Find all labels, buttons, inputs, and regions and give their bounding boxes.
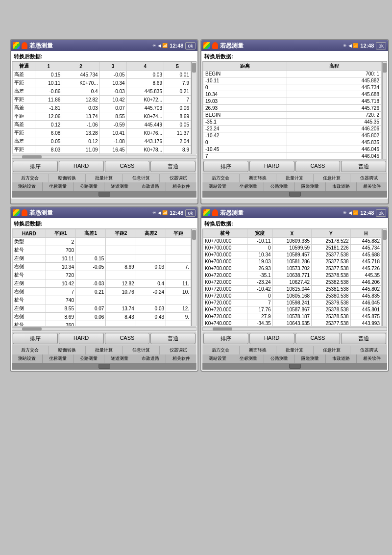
table-cell: 10.42 (99, 96, 126, 104)
nav1-item-15[interactable]: 仪器调试 (160, 346, 196, 354)
nav2-item-9[interactable]: 公路测量 (264, 182, 295, 191)
nav2-item-17[interactable]: 市政道路 (135, 354, 166, 363)
normal-button-4[interactable]: 普通 (341, 333, 386, 344)
sort-button-4[interactable]: 排序 (203, 333, 248, 344)
nav2-item-3[interactable]: 公路测量 (74, 182, 104, 191)
nav2-item-13[interactable]: 测站设置 (12, 354, 43, 363)
nav2-item-11[interactable]: 市政道路 (326, 182, 357, 191)
nav1-item-1[interactable]: 后方交会 (12, 174, 49, 182)
sort-button-2[interactable]: 排序 (203, 161, 248, 172)
content-3: 转换后数据: HARD 平距1 高差1 平距2 高差2 平距 (11, 218, 197, 371)
nav1-item-10[interactable]: 仪器调试 (350, 174, 387, 182)
cass-button-3[interactable]: CASS (105, 333, 150, 344)
hard-button-2[interactable]: HARD (249, 161, 294, 172)
table-cell: 443.993 (350, 320, 381, 327)
ok-button-3[interactable]: ok (185, 209, 196, 217)
nav2-item-22[interactable]: 隧道测量 (295, 354, 326, 363)
h-scrollbar-1[interactable] (12, 155, 196, 159)
v-scrollbar-4[interactable] (382, 228, 387, 327)
ok-button-1[interactable]: ok (185, 42, 196, 50)
nav1-item-13[interactable]: 批量计算 (86, 346, 123, 354)
nav1-item-11[interactable]: 后方交会 (12, 346, 49, 354)
nav2-item-7[interactable]: 测站设置 (202, 182, 233, 191)
h-scrollbar-4[interactable] (202, 327, 387, 331)
nav1-item-6[interactable]: 后方交会 (202, 174, 240, 182)
normal-button-2[interactable]: 普通 (341, 161, 386, 172)
nav1-item-5[interactable]: 仪器调试 (160, 174, 196, 182)
ok-button-2[interactable]: ok (376, 42, 386, 50)
normal-button-3[interactable]: 普通 (150, 333, 196, 344)
nav1-item-7[interactable]: 断面转换 (240, 174, 277, 182)
table-row: K0+700.000-10.1110609.33525178.522445.88… (203, 238, 382, 245)
nav2-item-2[interactable]: 坐标测量 (43, 182, 74, 191)
device-panel-4: 若愚测量 ✳ ◀ 📶 12:48 ok 转换后数据: 桩号 宽度 (200, 206, 389, 372)
table-cell: 0.43 (136, 313, 166, 321)
hard-button-4[interactable]: HARD (249, 333, 294, 344)
keyboard-icon-3[interactable] (98, 364, 110, 369)
table-cell: 445.802 (350, 286, 381, 293)
table-cell: 10638.771 (272, 272, 312, 279)
nav2-item-5[interactable]: 市政道路 (135, 182, 166, 191)
cass-button-2[interactable]: CASS (295, 161, 341, 172)
windows-icon-4 (203, 209, 210, 216)
nav1-item-9[interactable]: 任意计算 (314, 174, 351, 182)
nav2-item-24[interactable]: 相关软件 (357, 354, 387, 363)
col-header: 平距 (166, 229, 191, 238)
v-scrollbar-2[interactable] (382, 61, 387, 159)
nav2-item-15[interactable]: 公路测量 (74, 354, 104, 363)
sort-button-3[interactable]: 排序 (13, 333, 58, 344)
nav1-item-16[interactable]: 后方交会 (202, 346, 240, 354)
nav2-item-21[interactable]: 公路测量 (264, 354, 295, 363)
v-scrollbar-3[interactable] (192, 228, 196, 327)
nav2-item-8[interactable]: 坐标测量 (233, 182, 264, 191)
nav1-item-19[interactable]: 任意计算 (314, 346, 351, 354)
cass-button-4[interactable]: CASS (295, 333, 341, 344)
nav1-item-2[interactable]: 断面转换 (49, 174, 86, 182)
table-row: 0445.734 (203, 84, 382, 91)
nav1-item-14[interactable]: 任意计算 (123, 346, 160, 354)
nav1-item-12[interactable]: 断面转换 (49, 346, 86, 354)
normal-button-1[interactable]: 普通 (150, 161, 196, 172)
nav1-item-18[interactable]: 批量计算 (276, 346, 314, 354)
hard-button-1[interactable]: HARD (59, 161, 104, 172)
table-row: 高差0.050.12-1.08443.1762.04 (13, 137, 191, 146)
h-scrollbar-3[interactable] (12, 327, 196, 331)
table-cell: 10589.457 (272, 252, 312, 258)
nav2-item-16[interactable]: 隧道测量 (104, 354, 135, 363)
section-title-2: 转换后数据: (202, 52, 387, 61)
nav1-item-8[interactable]: 批量计算 (276, 174, 314, 182)
nav1-item-3[interactable]: 批量计算 (86, 174, 123, 182)
nav2-item-18[interactable]: 相关软件 (166, 354, 196, 363)
button-row-1: 排序 HARD CASS 普通 (12, 159, 196, 174)
table-cell: 0.01 (164, 71, 191, 79)
nav2-item-1[interactable]: 测站设置 (12, 182, 43, 191)
table-cell: -1.06 (62, 121, 99, 129)
hard-button-3[interactable]: HARD (59, 333, 104, 344)
keyboard-icon-2[interactable] (289, 192, 301, 197)
nav2-item-4[interactable]: 隧道测量 (104, 182, 135, 191)
nav2-item-12[interactable]: 相关软件 (357, 182, 387, 191)
cass-button-1[interactable]: CASS (105, 161, 150, 172)
nav2-item-20[interactable]: 坐标测量 (233, 354, 264, 363)
table-cell (136, 254, 166, 263)
nav2-item-14[interactable]: 坐标测量 (43, 354, 74, 363)
col-header-elev: 高程 (287, 62, 382, 71)
nav1-item-17[interactable]: 断面转换 (240, 346, 277, 354)
sort-button-1[interactable]: 排序 (13, 161, 58, 172)
keyboard-icon-4[interactable] (289, 364, 301, 369)
section-title-3: 转换后数据: (12, 219, 196, 228)
nav2-item-10[interactable]: 隧道测量 (295, 182, 326, 191)
fire-icon-4 (212, 209, 218, 216)
nav2-item-6[interactable]: 相关软件 (166, 182, 196, 191)
nav1-item-4[interactable]: 任意计算 (123, 174, 160, 182)
table-cell: 10599.59 (272, 245, 312, 252)
table-cell: 13.74 (106, 304, 136, 313)
nav2-item-23[interactable]: 市政道路 (326, 354, 357, 363)
nav2-item-19[interactable]: 测站设置 (202, 354, 233, 363)
nav1-item-20[interactable]: 仪器调试 (350, 346, 387, 354)
keyboard-icon-1[interactable] (98, 192, 110, 197)
table-cell: K0+72... (126, 96, 164, 104)
ok-button-4[interactable]: ok (376, 209, 386, 217)
v-scrollbar-1[interactable] (192, 61, 196, 154)
nav-bar1-3: 后方交会 断面转换 批量计算 任意计算 仪器调试 (12, 346, 196, 354)
